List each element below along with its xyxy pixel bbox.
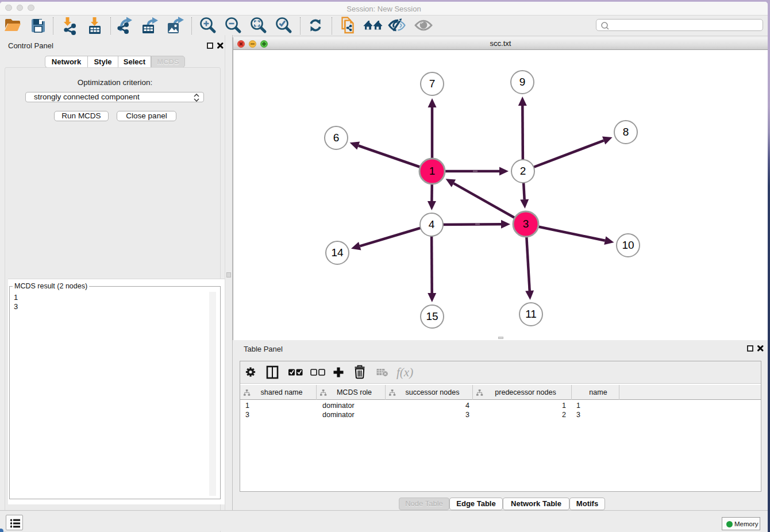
svg-text:8: 8 bbox=[623, 126, 629, 138]
svg-text:f(x): f(x) bbox=[396, 365, 413, 379]
svg-text:7: 7 bbox=[429, 78, 436, 90]
svg-text:15: 15 bbox=[426, 310, 438, 322]
svg-text:14: 14 bbox=[331, 246, 344, 259]
svg-text:6: 6 bbox=[333, 132, 340, 144]
svg-text:11: 11 bbox=[525, 308, 537, 320]
svg-text:3: 3 bbox=[523, 218, 529, 230]
svg-text:10: 10 bbox=[622, 239, 634, 251]
svg-text:9: 9 bbox=[519, 76, 526, 88]
svg-text:1: 1 bbox=[429, 165, 436, 177]
svg-text:4: 4 bbox=[429, 218, 435, 230]
svg-text:2: 2 bbox=[520, 165, 526, 177]
